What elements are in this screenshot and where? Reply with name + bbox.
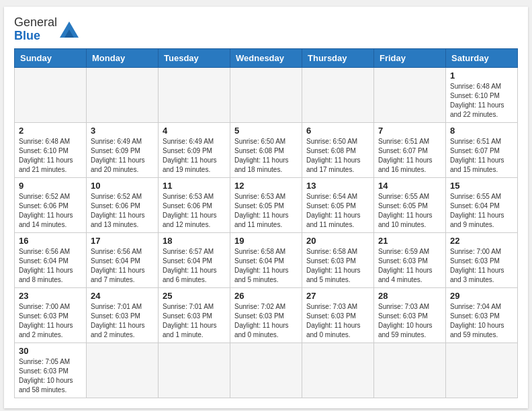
day-info: Sunrise: 7:00 AMSunset: 6:03 PMDaylight:…: [450, 247, 513, 285]
calendar-container: General Blue SundayMondayTuesdayWednesda…: [4, 7, 528, 408]
day-number: 28: [378, 291, 441, 301]
day-number: 30: [19, 346, 82, 356]
day-number: 12: [234, 181, 298, 191]
day-info: Sunrise: 6:48 AMSunset: 6:10 PMDaylight:…: [450, 82, 513, 120]
day-number: 15: [450, 181, 513, 191]
day-cell: 20Sunrise: 6:58 AMSunset: 6:03 PMDayligh…: [302, 232, 374, 287]
day-number: 9: [19, 181, 82, 191]
day-info: Sunrise: 6:57 AMSunset: 6:04 PMDaylight:…: [163, 247, 226, 285]
day-info: Sunrise: 6:51 AMSunset: 6:07 PMDaylight:…: [378, 137, 441, 175]
calendar-table: SundayMondayTuesdayWednesdayThursdayFrid…: [14, 48, 518, 398]
day-cell: 11Sunrise: 6:53 AMSunset: 6:06 PMDayligh…: [159, 177, 230, 232]
day-info: Sunrise: 7:04 AMSunset: 6:03 PMDaylight:…: [450, 302, 513, 340]
day-cell: 25Sunrise: 7:01 AMSunset: 6:03 PMDayligh…: [159, 287, 230, 342]
day-header-monday: Monday: [87, 48, 159, 67]
day-info: Sunrise: 6:49 AMSunset: 6:09 PMDaylight:…: [163, 137, 226, 175]
logo: General Blue: [14, 16, 79, 43]
day-info: Sunrise: 6:58 AMSunset: 6:04 PMDaylight:…: [234, 247, 298, 285]
day-number: 1: [450, 71, 513, 81]
day-number: 24: [91, 291, 154, 301]
day-cell: 22Sunrise: 7:00 AMSunset: 6:03 PMDayligh…: [446, 232, 518, 287]
day-cell: [230, 67, 302, 122]
day-info: Sunrise: 6:50 AMSunset: 6:08 PMDaylight:…: [234, 137, 298, 175]
day-cell: 19Sunrise: 6:58 AMSunset: 6:04 PMDayligh…: [230, 232, 302, 287]
day-cell: 23Sunrise: 7:00 AMSunset: 6:03 PMDayligh…: [15, 287, 87, 342]
day-info: Sunrise: 6:59 AMSunset: 6:03 PMDaylight:…: [378, 247, 441, 285]
day-info: Sunrise: 6:56 AMSunset: 6:04 PMDaylight:…: [19, 247, 82, 285]
day-info: Sunrise: 7:01 AMSunset: 6:03 PMDaylight:…: [91, 302, 154, 340]
day-cell: 17Sunrise: 6:56 AMSunset: 6:04 PMDayligh…: [87, 232, 159, 287]
calendar-header: General Blue: [14, 13, 518, 43]
day-cell: [15, 67, 87, 122]
day-info: Sunrise: 6:55 AMSunset: 6:04 PMDaylight:…: [450, 192, 513, 230]
day-cell: 3Sunrise: 6:49 AMSunset: 6:09 PMDaylight…: [87, 122, 159, 177]
day-cell: 26Sunrise: 7:02 AMSunset: 6:03 PMDayligh…: [230, 287, 302, 342]
day-info: Sunrise: 7:01 AMSunset: 6:03 PMDaylight:…: [163, 302, 226, 340]
day-cell: 4Sunrise: 6:49 AMSunset: 6:09 PMDaylight…: [159, 122, 230, 177]
day-number: 3: [91, 126, 154, 136]
day-number: 8: [450, 126, 513, 136]
day-cell: 5Sunrise: 6:50 AMSunset: 6:08 PMDaylight…: [230, 122, 302, 177]
day-header-saturday: Saturday: [446, 48, 518, 67]
day-info: Sunrise: 6:49 AMSunset: 6:09 PMDaylight:…: [91, 137, 154, 175]
day-info: Sunrise: 6:48 AMSunset: 6:10 PMDaylight:…: [19, 137, 82, 175]
day-info: Sunrise: 6:55 AMSunset: 6:05 PMDaylight:…: [378, 192, 441, 230]
day-info: Sunrise: 6:52 AMSunset: 6:06 PMDaylight:…: [19, 192, 82, 230]
day-number: 4: [163, 126, 226, 136]
day-cell: [374, 342, 446, 398]
day-number: 13: [306, 181, 369, 191]
day-number: 14: [378, 181, 441, 191]
day-cell: 2Sunrise: 6:48 AMSunset: 6:10 PMDaylight…: [15, 122, 87, 177]
day-cell: 12Sunrise: 6:53 AMSunset: 6:05 PMDayligh…: [230, 177, 302, 232]
day-header-thursday: Thursday: [302, 48, 374, 67]
day-cell: 28Sunrise: 7:03 AMSunset: 6:03 PMDayligh…: [374, 287, 446, 342]
day-info: Sunrise: 7:05 AMSunset: 6:03 PMDaylight:…: [19, 357, 82, 395]
day-number: 19: [234, 236, 298, 246]
day-header-sunday: Sunday: [15, 48, 87, 67]
day-number: 18: [163, 236, 226, 246]
day-header-tuesday: Tuesday: [159, 48, 230, 67]
day-number: 21: [378, 236, 441, 246]
day-number: 23: [19, 291, 82, 301]
day-cell: 21Sunrise: 6:59 AMSunset: 6:03 PMDayligh…: [374, 232, 446, 287]
day-info: Sunrise: 6:53 AMSunset: 6:05 PMDaylight:…: [234, 192, 298, 230]
days-header-row: SundayMondayTuesdayWednesdayThursdayFrid…: [15, 48, 518, 67]
day-cell: 7Sunrise: 6:51 AMSunset: 6:07 PMDaylight…: [374, 122, 446, 177]
day-number: 27: [306, 291, 369, 301]
day-cell: [159, 342, 230, 398]
day-number: 20: [306, 236, 369, 246]
day-info: Sunrise: 6:58 AMSunset: 6:03 PMDaylight:…: [306, 247, 369, 285]
day-cell: 13Sunrise: 6:54 AMSunset: 6:05 PMDayligh…: [302, 177, 374, 232]
day-number: 16: [19, 236, 82, 246]
day-cell: 29Sunrise: 7:04 AMSunset: 6:03 PMDayligh…: [446, 287, 518, 342]
day-info: Sunrise: 7:03 AMSunset: 6:03 PMDaylight:…: [378, 302, 441, 340]
day-cell: [87, 342, 159, 398]
day-info: Sunrise: 6:50 AMSunset: 6:08 PMDaylight:…: [306, 137, 369, 175]
week-row-6: 30Sunrise: 7:05 AMSunset: 6:03 PMDayligh…: [15, 342, 518, 398]
day-cell: 27Sunrise: 7:03 AMSunset: 6:03 PMDayligh…: [302, 287, 374, 342]
day-number: 2: [19, 126, 82, 136]
day-cell: 15Sunrise: 6:55 AMSunset: 6:04 PMDayligh…: [446, 177, 518, 232]
day-info: Sunrise: 6:51 AMSunset: 6:07 PMDaylight:…: [450, 137, 513, 175]
logo-icon: [60, 21, 79, 38]
day-info: Sunrise: 6:53 AMSunset: 6:06 PMDaylight:…: [163, 192, 226, 230]
week-row-5: 23Sunrise: 7:00 AMSunset: 6:03 PMDayligh…: [15, 287, 518, 342]
day-cell: 1Sunrise: 6:48 AMSunset: 6:10 PMDaylight…: [446, 67, 518, 122]
day-number: 11: [163, 181, 226, 191]
day-number: 29: [450, 291, 513, 301]
day-header-friday: Friday: [374, 48, 446, 67]
day-cell: [446, 342, 518, 398]
day-cell: 8Sunrise: 6:51 AMSunset: 6:07 PMDaylight…: [446, 122, 518, 177]
day-info: Sunrise: 7:03 AMSunset: 6:03 PMDaylight:…: [306, 302, 369, 340]
day-info: Sunrise: 6:54 AMSunset: 6:05 PMDaylight:…: [306, 192, 369, 230]
day-header-wednesday: Wednesday: [230, 48, 302, 67]
day-cell: 9Sunrise: 6:52 AMSunset: 6:06 PMDaylight…: [15, 177, 87, 232]
week-row-1: 1Sunrise: 6:48 AMSunset: 6:10 PMDaylight…: [15, 67, 518, 122]
day-number: 5: [234, 126, 298, 136]
day-number: 17: [91, 236, 154, 246]
calendar-body: 1Sunrise: 6:48 AMSunset: 6:10 PMDaylight…: [15, 67, 518, 398]
day-cell: [374, 67, 446, 122]
week-row-4: 16Sunrise: 6:56 AMSunset: 6:04 PMDayligh…: [15, 232, 518, 287]
logo-general: General: [14, 15, 57, 29]
day-cell: [230, 342, 302, 398]
